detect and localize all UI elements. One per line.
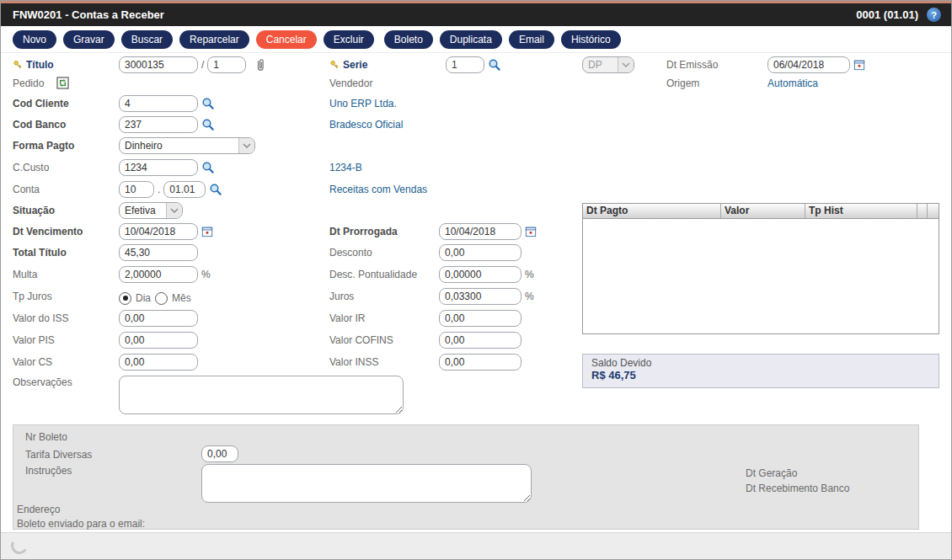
toolbar: Novo Gravar Buscar Reparcelar Cancelar E… (1, 26, 951, 53)
nr-boleto-label: Nr Boleto (25, 429, 67, 445)
buscar-button[interactable]: Buscar (121, 30, 173, 49)
c-custo-input[interactable] (119, 159, 198, 176)
titulo-input[interactable] (119, 56, 198, 73)
observacoes-textarea[interactable] (119, 376, 404, 414)
c-custo-name: 1234-B (329, 159, 362, 176)
pedido-process-icon[interactable] (56, 77, 69, 89)
dt-vencimento-label: Dt Vencimento (13, 223, 83, 240)
calendar-icon[interactable] (525, 226, 537, 237)
chevron-down-icon (238, 138, 254, 153)
titulo-label: Título (26, 56, 54, 73)
search-icon[interactable] (201, 118, 215, 131)
valor-cs-input[interactable] (119, 354, 198, 371)
dt-recebimento-banco-label: Dt Recebimento Banco (746, 480, 849, 497)
valor-pis-input[interactable] (119, 332, 198, 349)
dt-emissao-input[interactable] (767, 56, 850, 73)
desconto-label: Desconto (329, 244, 372, 261)
key-icon (329, 60, 340, 70)
juros-input[interactable] (439, 288, 521, 305)
dt-vencimento-field (119, 223, 213, 240)
search-icon[interactable] (201, 161, 215, 174)
valor-inss-input[interactable] (439, 354, 521, 371)
gravar-button[interactable]: Gravar (63, 30, 115, 49)
email-button[interactable]: Email (509, 30, 554, 49)
situacao-value: Efetiva (120, 205, 166, 216)
saldo-devido-panel: Saldo Devido R$ 46,75 (582, 354, 939, 388)
column-header-valor[interactable]: Valor (721, 204, 805, 218)
conta-label: Conta (13, 181, 40, 198)
situacao-select[interactable]: Efetiva (119, 202, 183, 219)
paperclip-icon[interactable] (254, 58, 266, 72)
dt-prorrogada-label: Dt Prorrogada (329, 223, 398, 240)
valor-cofins-label: Valor COFINS (329, 332, 393, 349)
dt-prorrogada-field (439, 223, 537, 240)
valor-cs-label: Valor CS (13, 354, 52, 371)
search-icon[interactable] (201, 97, 215, 110)
valor-ir-input[interactable] (439, 310, 521, 327)
saldo-devido-value: R$ 46,75 (591, 369, 930, 381)
parcela-input[interactable] (207, 56, 246, 73)
page-title: FNW0201 - Contas a Receber (13, 8, 164, 21)
forma-pagto-label: Forma Pagto (13, 137, 74, 154)
dt-prorrogada-input[interactable] (439, 223, 521, 240)
payments-table: Dt Pagto Valor Tp Hist (582, 203, 939, 334)
serie-label: Serie (343, 56, 367, 73)
novo-button[interactable]: Novo (13, 30, 56, 49)
dt-emissao-field (767, 56, 865, 73)
banco-name[interactable]: Bradesco Oficial (329, 116, 403, 133)
chevron-down-icon (166, 203, 182, 218)
cod-cliente-input[interactable] (119, 95, 198, 112)
c-custo-field (119, 159, 215, 176)
valor-iss-label: Valor do ISS (13, 310, 68, 327)
reparcelar-button[interactable]: Reparcelar (179, 30, 249, 49)
tarifa-diversas-label: Tarifa Diversas (25, 446, 92, 463)
c-custo-label: C.Custo (13, 159, 49, 176)
help-icon[interactable]: ? (927, 8, 941, 22)
tp-juros-label: Tp Juros (13, 288, 52, 305)
cliente-name[interactable]: Uno ERP Ltda. (329, 95, 397, 112)
tipo-doc-select[interactable]: DP (582, 56, 634, 73)
key-icon (13, 60, 23, 70)
conta-field: . (119, 181, 222, 198)
valor-cofins-input[interactable] (439, 332, 521, 349)
conta-input-1[interactable] (119, 181, 154, 198)
total-titulo-input[interactable] (119, 244, 198, 261)
instrucoes-label: Instruções (25, 462, 72, 479)
conta-input-2[interactable] (163, 181, 206, 198)
boleto-button[interactable]: Boleto (384, 30, 433, 49)
radio-mes[interactable] (155, 292, 168, 305)
version-label: 0001 (01.01) (856, 8, 918, 21)
dt-vencimento-input[interactable] (119, 223, 198, 240)
tarifa-diversas-input[interactable] (201, 445, 238, 462)
serie-input[interactable] (446, 56, 484, 73)
excluir-button[interactable]: Excluir (324, 30, 374, 49)
desconto-input[interactable] (439, 244, 521, 261)
cod-cliente-field (119, 95, 215, 112)
forma-pagto-select[interactable]: Dinheiro (119, 137, 255, 154)
valor-inss-label: Valor INSS (329, 354, 378, 371)
valor-iss-input[interactable] (119, 310, 198, 327)
calendar-icon[interactable] (853, 59, 865, 71)
column-header-tp-hist[interactable]: Tp Hist (805, 204, 917, 218)
serie-label-group: Serie (329, 56, 367, 73)
calendar-icon[interactable] (201, 226, 213, 237)
search-icon[interactable] (488, 58, 501, 72)
cod-banco-input[interactable] (119, 116, 198, 133)
desc-pontualidade-label: Desc. Pontualidade (329, 266, 417, 283)
search-icon[interactable] (209, 183, 222, 196)
radio-dia[interactable] (119, 292, 131, 305)
desc-pontualidade-input[interactable] (439, 266, 521, 283)
radio-mes-label: Mês (172, 290, 191, 307)
multa-input[interactable] (119, 266, 198, 283)
column-header-dt-pagto[interactable]: Dt Pagto (583, 204, 721, 218)
chevron-down-icon (618, 57, 634, 72)
instrucoes-textarea[interactable] (201, 464, 532, 503)
title-bar: FNW0201 - Contas a Receber 0001 (01.01) … (1, 1, 951, 26)
serie-field (446, 56, 501, 73)
cod-banco-label: Cod Banco (13, 116, 66, 133)
duplicata-button[interactable]: Duplicata (440, 30, 502, 49)
pedido-label: Pedido (13, 75, 44, 92)
desc-pontualidade-field: % (439, 266, 534, 283)
historico-button[interactable]: Histórico (561, 30, 621, 49)
cancelar-button[interactable]: Cancelar (256, 30, 317, 49)
